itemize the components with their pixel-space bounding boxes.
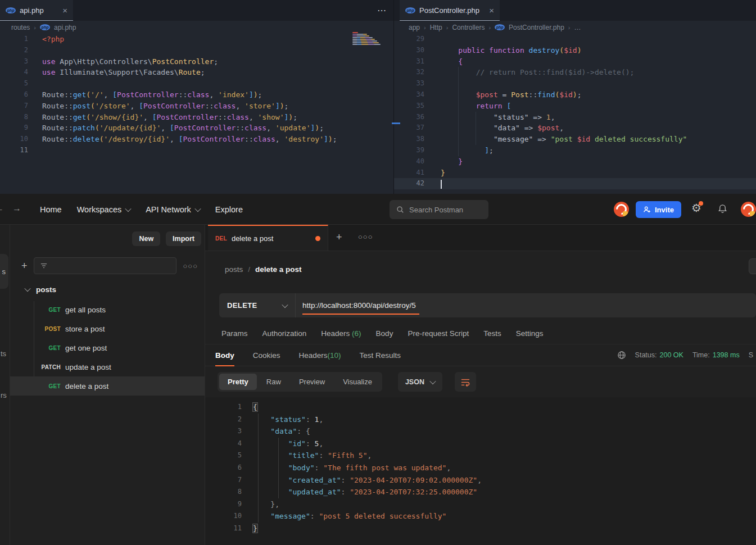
response-meta-row: BodyCookiesHeaders (10)Test Results Stat… — [205, 344, 756, 366]
request-tab-body[interactable]: Body — [369, 329, 401, 338]
view-mode-pretty[interactable]: Pretty — [219, 374, 257, 390]
line-number: 29 — [394, 34, 424, 45]
editor-split-divider[interactable] — [393, 0, 394, 194]
menu-explore[interactable]: Explore — [215, 205, 243, 214]
response-body-viewer[interactable]: 1{2 "status": 1,3 "data": {4 "id": 5,5 "… — [205, 397, 756, 545]
breadcrumb-collection[interactable]: posts — [225, 265, 243, 274]
request-tab-headers[interactable]: Headers (6) — [314, 329, 368, 338]
tab-count-badge: (10) — [328, 351, 341, 360]
sidebar-request-get-one-post[interactable]: GETget one post — [10, 338, 205, 357]
breadcrumb-folder[interactable]: Http — [430, 24, 442, 31]
request-tab-delete-a-post[interactable]: DEL delete a post — [208, 225, 328, 251]
main-menu: Home Workspaces API Network Explore — [40, 194, 243, 225]
editor-tab-postcontroller-php[interactable]: php PostController.php × — [400, 0, 500, 21]
add-collection-icon[interactable]: + — [21, 261, 28, 271]
menu-api-network[interactable]: API Network — [146, 205, 200, 214]
new-button[interactable]: New — [132, 231, 160, 246]
back-arrow-icon[interactable]: ← — [0, 203, 4, 214]
code-line: 31 { — [394, 56, 756, 67]
chevron-right-icon: › — [488, 24, 491, 31]
rail-item-selected[interactable]: s — [0, 254, 8, 289]
search-input[interactable]: Search Postman — [390, 200, 488, 219]
editor-tab-bar-right: php PostController.php × — [393, 0, 756, 21]
breadcrumb-folder[interactable]: app — [409, 24, 420, 31]
rail-item-fragment[interactable]: ts — [1, 349, 6, 358]
sidebar-request-delete-a-post[interactable]: GETdelete a post — [10, 376, 205, 396]
response-tab-test-results[interactable]: Test Results — [360, 344, 401, 366]
code-line: 38 "message" => "post $id deleted succes… — [394, 134, 756, 145]
php-file-icon: php — [495, 24, 505, 30]
invite-button[interactable]: Invite — [636, 201, 681, 218]
view-mode-preview[interactable]: Preview — [291, 374, 333, 390]
code-editor-postcontroller-php[interactable]: 2930 public function destroy($id)31 {32 … — [394, 34, 756, 194]
new-tab-icon[interactable]: + — [336, 231, 342, 243]
method-selector[interactable]: DELETE — [219, 293, 295, 317]
status-value[interactable]: 200 OK — [660, 351, 683, 359]
url-value: http://localhost:8000/api/destroy/5 — [302, 296, 419, 315]
response-tab-headers[interactable]: Headers (10) — [299, 344, 341, 366]
breadcrumb-left[interactable]: routes › php api.php — [11, 21, 76, 34]
breadcrumb-file[interactable]: PostController.php — [509, 24, 564, 31]
wrap-line-button[interactable] — [455, 372, 476, 392]
sidebar-filter-row: + ○○○ — [21, 257, 198, 274]
rail-item-fragment[interactable]: rs — [1, 391, 7, 399]
editor-decoration-marker — [392, 122, 400, 124]
line-number: 4 — [0, 67, 28, 78]
settings-gear-icon[interactable]: ⚙ — [691, 202, 701, 214]
person-plus-icon — [643, 206, 651, 214]
code-line: 1{ — [205, 401, 756, 414]
format-dropdown[interactable]: JSON — [398, 372, 442, 392]
breadcrumb-request-name[interactable]: delete a post — [255, 265, 302, 274]
sidebar-request-get-all-posts[interactable]: GETget all posts — [10, 300, 205, 319]
minimap[interactable] — [352, 32, 387, 53]
editor-tab-api-php[interactable]: php api.php × — [0, 0, 73, 21]
time-value[interactable]: 1398 ms — [713, 351, 740, 359]
editor-tab-bar-left: php api.php × ⋯ — [0, 0, 393, 21]
request-breadcrumb-row: posts / delete a post — [205, 251, 756, 288]
code-line: 41} — [394, 167, 756, 179]
request-tab-tests[interactable]: Tests — [476, 329, 509, 338]
request-tab-params[interactable]: Params — [214, 329, 255, 338]
response-tab-cookies[interactable]: Cookies — [253, 344, 280, 366]
url-input[interactable]: http://localhost:8000/api/destroy/5 — [295, 293, 756, 317]
sidebar-request-store-a-post[interactable]: POSTstore a post — [10, 319, 205, 338]
collections-sidebar: New Import + ○○○ posts GETget all postsP… — [10, 225, 205, 545]
side-panel-button[interactable] — [749, 258, 756, 274]
breadcrumb-symbol[interactable]: … — [574, 24, 581, 31]
method-label: DELETE — [227, 301, 257, 310]
code-line: 36 "status" => 1, — [394, 112, 756, 123]
user-avatar[interactable] — [741, 202, 756, 217]
team-avatar[interactable] — [614, 202, 629, 217]
forward-arrow-icon[interactable]: → — [12, 203, 21, 214]
menu-workspaces[interactable]: Workspaces — [77, 205, 131, 214]
code-line: 30 public function destroy($id) — [394, 45, 756, 56]
code-editor-api-php[interactable]: 1<?php23use App\Http\Controllers\PostCon… — [0, 34, 393, 194]
url-row: DELETE http://localhost:8000/api/destroy… — [219, 293, 756, 317]
code-line: 5 — [0, 78, 393, 89]
sidebar-request-update-a-post[interactable]: PATCHupdate a post — [10, 357, 205, 376]
editor-more-actions-icon[interactable]: ⋯ — [377, 0, 387, 21]
breadcrumb-right[interactable]: app › Http › Controllers › php PostContr… — [409, 21, 581, 34]
line-number: 3 — [205, 425, 242, 438]
code-line: 42 — [394, 178, 756, 189]
request-tab-authorization[interactable]: Authorization — [255, 329, 314, 338]
breadcrumb-folder[interactable]: routes — [11, 24, 30, 31]
breadcrumb-file[interactable]: api.php — [54, 24, 76, 31]
line-number: 42 — [394, 178, 424, 189]
sidebar-more-icon[interactable]: ○○○ — [183, 262, 198, 270]
close-icon[interactable]: × — [489, 6, 494, 15]
notifications-bell-icon[interactable] — [717, 203, 728, 217]
request-tab-pre-request-script[interactable]: Pre-request Script — [400, 329, 476, 338]
import-button[interactable]: Import — [166, 231, 201, 246]
menu-home[interactable]: Home — [40, 205, 62, 214]
view-mode-visualize[interactable]: Visualize — [334, 374, 381, 390]
tab-options-icon[interactable]: ○○○ — [358, 233, 373, 241]
collection-posts[interactable]: posts — [10, 281, 205, 298]
view-mode-raw[interactable]: Raw — [258, 374, 289, 390]
close-icon[interactable]: × — [62, 6, 67, 15]
filter-input[interactable] — [34, 257, 177, 274]
request-tab-settings[interactable]: Settings — [509, 329, 551, 338]
php-file-icon: php — [40, 24, 50, 30]
response-tab-body[interactable]: Body — [215, 344, 234, 366]
breadcrumb-folder[interactable]: Controllers — [452, 24, 485, 31]
